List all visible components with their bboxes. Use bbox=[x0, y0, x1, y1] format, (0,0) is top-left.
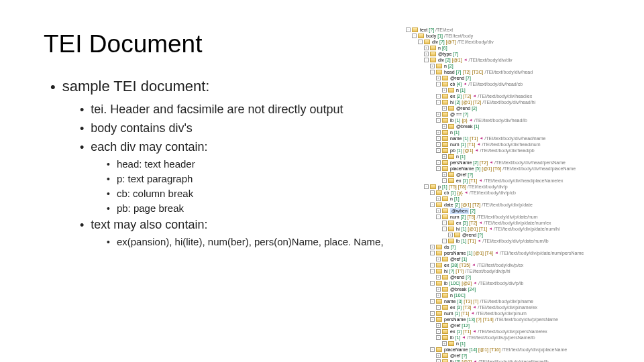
expand-icon[interactable]: + bbox=[436, 353, 441, 358]
expand-icon[interactable]: + bbox=[442, 106, 447, 111]
tree-node[interactable]: +n[10C] bbox=[406, 292, 617, 298]
tree-node[interactable]: -ex[3][T2]◄/TEI/text/body/div/p/date/num… bbox=[406, 220, 617, 226]
tree-node[interactable]: -cb[4]◄/TEI/text/body/div/head/cb bbox=[406, 81, 617, 87]
collapse-icon[interactable]: - bbox=[430, 190, 435, 195]
expand-icon[interactable]: + bbox=[442, 124, 447, 129]
tree-node[interactable]: -num[1][T1]◄/TEI/text/body/div/head/num bbox=[406, 141, 617, 147]
expand-icon[interactable]: + bbox=[436, 112, 441, 117]
tree-node[interactable]: -cb[1]{p}◄/TEI/text/body/div/p/cb bbox=[406, 190, 617, 196]
tree-node[interactable]: +ds[?] bbox=[406, 244, 617, 250]
collapse-icon[interactable]: - bbox=[412, 34, 417, 38]
tree-node[interactable]: -lb[1]◄/TEI/text/body/div/p/persName/lb bbox=[406, 335, 617, 341]
tree-node[interactable]: +@when[2] bbox=[406, 208, 617, 214]
tree-node[interactable]: -p[1][T5] [T8]/TEI/text/body/div/p bbox=[406, 184, 617, 190]
tree-node[interactable]: -ex[38][T35]◄/TEI/text/body/div/p/ex bbox=[406, 262, 617, 268]
tree-node[interactable]: +@rend[2] bbox=[406, 105, 617, 111]
collapse-icon[interactable]: - bbox=[436, 100, 441, 105]
collapse-icon[interactable]: - bbox=[430, 311, 435, 316]
collapse-icon[interactable]: - bbox=[436, 359, 441, 362]
tree-node[interactable]: -placeName[14][@1] [T16]/TEI/text/body/d… bbox=[406, 347, 617, 353]
tree-node[interactable]: -lb[1][T1]◄/TEI/text/body/div/p/date/num… bbox=[406, 238, 617, 244]
expand-icon[interactable]: + bbox=[436, 208, 441, 213]
collapse-icon[interactable]: - bbox=[418, 40, 423, 44]
tree-node[interactable]: -persName[1][@1] [T4]◄/TEI/text/body/div… bbox=[406, 250, 617, 256]
expand-icon[interactable]: + bbox=[436, 76, 441, 80]
expand-icon[interactable]: + bbox=[442, 154, 447, 159]
tree-node[interactable]: +n[1] bbox=[406, 129, 617, 135]
tree-node[interactable]: -num[1][T1]◄/TEI/text/body/div/p/num bbox=[406, 310, 617, 316]
expand-icon[interactable]: + bbox=[442, 88, 447, 93]
tree-node[interactable]: -pb[1][@1]◄/TEI/text/body/div/head/pb bbox=[406, 147, 617, 154]
expand-icon[interactable]: + bbox=[430, 245, 435, 249]
expand-icon[interactable]: + bbox=[436, 130, 441, 135]
collapse-icon[interactable]: - bbox=[430, 317, 435, 322]
expand-icon[interactable]: + bbox=[436, 196, 441, 201]
collapse-icon[interactable]: - bbox=[436, 166, 441, 171]
expand-icon[interactable]: + bbox=[436, 287, 441, 292]
tree-node[interactable]: -head[7][T2] [T3C]/TEI/text/body/div/hea… bbox=[406, 69, 617, 75]
collapse-icon[interactable]: - bbox=[430, 269, 435, 274]
tree-node[interactable]: +@break[24] bbox=[406, 286, 617, 292]
tree-node[interactable]: -name[3][T3] [T]/TEI/text/body/div/p/nam… bbox=[406, 298, 617, 304]
tree-node[interactable]: -lb[10C][@2]◄/TEI/text/body/div/p/lb bbox=[406, 280, 617, 286]
tree-node[interactable]: +@ref[1] bbox=[406, 256, 617, 262]
collapse-icon[interactable]: - bbox=[430, 299, 435, 304]
tree-node[interactable]: +n[6] bbox=[406, 45, 617, 51]
tree-node[interactable]: -ex[1][T1]◄/TEI/text/body/div/head/place… bbox=[406, 178, 617, 184]
collapse-icon[interactable]: - bbox=[430, 251, 435, 255]
tree-node[interactable]: -placeName[5][@1] [T6]/TEI/text/body/div… bbox=[406, 166, 617, 172]
tree-node[interactable]: -lb[3][@2]◄/TEI/text/body/div/p/placeNam… bbox=[406, 359, 617, 362]
tree-node[interactable]: -hi[?][T?]/TEI/text/body/div/p/hi bbox=[406, 268, 617, 274]
tree-node[interactable]: +@ref[?] bbox=[406, 172, 617, 178]
tree-node[interactable]: +@ ==[?] bbox=[406, 111, 617, 117]
expand-icon[interactable]: + bbox=[448, 233, 453, 237]
tree-node[interactable]: +n[2] bbox=[406, 63, 617, 69]
tree-node[interactable]: -body[1]/TEI/text/body bbox=[406, 33, 617, 39]
tree-node[interactable]: -persName[2][T2]◄/TEI/text/body/div/head… bbox=[406, 160, 617, 166]
collapse-icon[interactable]: - bbox=[436, 160, 441, 165]
tree-node[interactable]: -num[2][T5]/TEI/text/body/div/p/date/num bbox=[406, 214, 617, 220]
collapse-icon[interactable]: - bbox=[436, 136, 441, 141]
tree-node[interactable]: -ex[3][T3]◄/TEI/text/body/div/p/name/ex bbox=[406, 304, 617, 310]
expand-icon[interactable]: + bbox=[436, 275, 441, 280]
collapse-icon[interactable]: - bbox=[430, 202, 435, 207]
expand-icon[interactable]: + bbox=[424, 52, 429, 56]
collapse-icon[interactable]: - bbox=[430, 263, 435, 267]
expand-icon[interactable]: + bbox=[442, 172, 447, 177]
collapse-icon[interactable]: - bbox=[442, 221, 447, 225]
collapse-icon[interactable]: - bbox=[442, 178, 447, 183]
tree-node[interactable]: -hi[2][@1] [T2]/TEI/text/body/div/head/h… bbox=[406, 99, 617, 105]
tree-node[interactable]: -hi[1][@1] [T1]◄/TEI/text/body/div/p/dat… bbox=[406, 226, 617, 232]
tree-node[interactable]: -ex[2][T2]◄/TEI/text/body/div/head/ex bbox=[406, 93, 617, 99]
tree-node[interactable]: +@rend[7] bbox=[406, 75, 617, 81]
tree-node[interactable]: -div[7][@7]/TEI/text/body/div bbox=[406, 39, 617, 45]
tree-node[interactable]: -lb[1]{p}◄/TEI/text/body/div/head/lb bbox=[406, 117, 617, 123]
tree-node[interactable]: +n[1] bbox=[406, 196, 617, 202]
tree-node[interactable]: -div[2][@1]◄/TEI/text/body/div/div bbox=[406, 57, 617, 63]
tree-node[interactable]: +@ref[?] bbox=[406, 353, 617, 359]
collapse-icon[interactable]: - bbox=[424, 58, 429, 62]
expand-icon[interactable]: + bbox=[436, 293, 441, 298]
collapse-icon[interactable]: - bbox=[436, 142, 441, 147]
tree-node[interactable]: -persName[13][?] [T14]/TEI/text/body/div… bbox=[406, 316, 617, 322]
expand-icon[interactable]: + bbox=[436, 323, 441, 328]
expand-icon[interactable]: + bbox=[430, 64, 435, 68]
collapse-icon[interactable]: - bbox=[436, 215, 441, 219]
tree-node[interactable]: +@rend[?] bbox=[406, 274, 617, 280]
collapse-icon[interactable]: - bbox=[430, 70, 435, 74]
collapse-icon[interactable]: - bbox=[436, 305, 441, 310]
xml-tree-view[interactable]: -text[?]/TEI/text-body[1]/TEI/text/body-… bbox=[406, 27, 617, 362]
collapse-icon[interactable]: - bbox=[436, 82, 441, 86]
tree-node[interactable]: -text[?]/TEI/text bbox=[406, 27, 617, 33]
collapse-icon[interactable]: - bbox=[406, 27, 411, 32]
collapse-icon[interactable]: - bbox=[430, 281, 435, 286]
tree-node[interactable]: +@type[7] bbox=[406, 51, 617, 57]
tree-node[interactable]: +n[1] bbox=[406, 154, 617, 160]
collapse-icon[interactable]: - bbox=[436, 118, 441, 123]
expand-icon[interactable]: + bbox=[424, 46, 429, 50]
collapse-icon[interactable]: - bbox=[436, 335, 441, 340]
collapse-icon[interactable]: - bbox=[436, 94, 441, 99]
collapse-icon[interactable]: - bbox=[442, 239, 447, 243]
tree-node[interactable]: -ex[1][T1]◄/TEI/text/body/div/p/persName… bbox=[406, 328, 617, 335]
collapse-icon[interactable]: - bbox=[424, 184, 429, 189]
